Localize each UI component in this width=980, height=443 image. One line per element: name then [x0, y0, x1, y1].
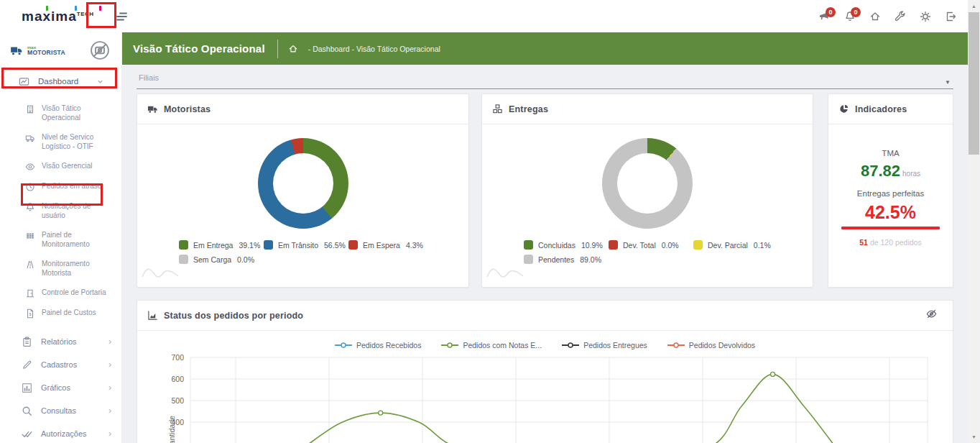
chevron-right-icon: ›: [108, 337, 111, 346]
door-icon: [25, 288, 35, 298]
series-legend-pedidos-com-notas-e[interactable]: Pedidos com Notas E...: [441, 341, 542, 350]
status-title: Status dos pedidos por periodo: [164, 311, 303, 321]
tma-label: TMA: [828, 149, 953, 157]
svg-text:Quantidade: Quantidade: [167, 416, 176, 443]
legend-swatch: [693, 240, 703, 250]
indicadores-card: Indicadores TMA 87.82horas Entregas perf…: [828, 93, 953, 288]
sidebar-item-graficos[interactable]: Gráficos›: [0, 376, 121, 399]
sidebar-menu: Relatórios›Cadastros›Gráficos›Consultas›…: [0, 330, 121, 443]
entregas-legend: Concluidas10.9%Dev. Total0.0%Dev. Parcia…: [482, 240, 813, 269]
chevron-right-icon: ›: [108, 360, 111, 369]
indicadores-title: Indicadores: [855, 104, 907, 114]
series-legend-pedidos-entregues[interactable]: Pedidos Entregues: [562, 341, 647, 350]
doc-dollar-icon: $: [25, 309, 35, 319]
indicadores-body: TMA 87.82horas Entregas perfeitas 42.5% …: [828, 124, 953, 247]
chevron-right-icon: ›: [108, 429, 111, 438]
clipboard-icon: [22, 337, 32, 347]
perfect-deliveries-value: 42.5%: [828, 202, 953, 223]
series-legend-pedidos-devolvidos[interactable]: Pedidos Devolvidos: [667, 341, 755, 350]
legend-item-em-transito: Em Trânsito56.5%: [264, 240, 348, 250]
dropdown-caret-icon: ▼: [945, 79, 951, 86]
status-card-header: Status dos pedidos por periodo: [137, 301, 953, 331]
settings-button[interactable]: [917, 7, 933, 26]
sidebar-item-painel-de-monitoramento[interactable]: Painel de Monitoramento: [0, 225, 121, 254]
breadcrumb: - Dashboard - Visão Tático Operacional: [308, 45, 440, 53]
announcements-button[interactable]: 0: [817, 7, 833, 26]
legend-item-dev-total: Dev. Total0.0%: [609, 240, 693, 250]
search-icon: [22, 406, 32, 416]
vertical-scrollbar[interactable]: ▲ ▼: [968, 0, 980, 443]
brand-tick-green: [46, 6, 48, 11]
scroll-up-arrow[interactable]: ▲: [968, 0, 980, 12]
svg-text:600: 600: [171, 375, 184, 383]
entregas-donut-chart: [602, 138, 693, 229]
tools-button[interactable]: [892, 7, 908, 26]
orders-count: 51 de 120 pedidos: [828, 238, 953, 247]
top-bar: maximaTECH 0 0: [0, 0, 980, 32]
brand-name: maxima: [22, 9, 77, 24]
double-check-icon: [22, 429, 32, 439]
sidebar: max MOTORISTA Dashboard Visão Tático Ope…: [0, 32, 122, 443]
motoristas-card-header: Motoristas: [137, 94, 468, 124]
sidebar-item-pedidos-em-atraso[interactable]: Pedidos em atraso: [0, 176, 121, 196]
filiais-select[interactable]: Filiais ▼: [137, 73, 953, 89]
sidebar-item-painel-de-custos[interactable]: $Painel de Custos: [0, 303, 121, 323]
dashboard-submenu: Visão Tático OperacionalNivel de Servico…: [0, 91, 121, 330]
brand-suffix: TECH: [77, 10, 94, 17]
chevron-down-icon: [96, 78, 104, 86]
legend-item-em-espera: Em Espera4.3%: [348, 240, 433, 250]
sidebar-item-notificacoes-de-usuario[interactable]: Notificações de usuário: [0, 196, 121, 225]
boxes-icon: [492, 104, 503, 114]
hamburger-menu-icon[interactable]: [110, 6, 134, 27]
legend-swatch: [524, 255, 533, 264]
scrollbar-thumb[interactable]: [969, 12, 979, 155]
truck-logo-icon: [9, 44, 24, 57]
sidebar-item-visao-gerencial[interactable]: Visão Gerencial: [0, 156, 121, 176]
sidebar-item-nivel-de-servico-logistico-otif[interactable]: Nivel de Servico Logístico - OTIF: [0, 127, 121, 156]
road-icon: [25, 260, 35, 270]
sidebar-item-controle-de-portaria[interactable]: Controle de Portaria: [0, 283, 121, 303]
avatar-placeholder: [90, 40, 110, 60]
filiais-label: Filiais: [137, 73, 953, 82]
hide-chart-button[interactable]: [926, 309, 943, 322]
motoristas-card: Motoristas Em Entrega39.1%Em Trânsito56.…: [137, 93, 469, 288]
home-button[interactable]: [867, 7, 883, 26]
breadcrumb-home-icon[interactable]: [288, 44, 298, 54]
series-legend-pedidos-recebidos[interactable]: Pedidos Recebidos: [335, 341, 421, 350]
legend-swatch: [264, 240, 273, 250]
sidebar-item-consultas[interactable]: Consultas›: [0, 399, 121, 422]
series-marker-icon: [441, 342, 458, 349]
sidebar-logo-row: max MOTORISTA: [0, 32, 121, 68]
scroll-down-arrow[interactable]: ▼: [968, 431, 980, 443]
home-icon: [869, 11, 881, 22]
sidebar-item-autorizacoes[interactable]: Autorizações›: [0, 422, 121, 443]
pencil-icon: [22, 360, 32, 370]
line-chart-legend: Pedidos RecebidosPedidos com Notas E...P…: [137, 341, 953, 350]
sidebar-item-relatorios[interactable]: Relatórios›: [0, 330, 121, 353]
cards-row: Motoristas Em Entrega39.1%Em Trânsito56.…: [137, 93, 953, 288]
sidebar-item-visao-tatico-operacional[interactable]: Visão Tático Operacional: [0, 99, 121, 127]
sidebar-item-cadastros[interactable]: Cadastros›: [0, 353, 121, 376]
status-line-chart: 700600500400Quantidade: [137, 354, 953, 443]
brand-tick-pink: [99, 6, 101, 11]
filiais-underline: [137, 88, 953, 89]
top-actions: 0 0: [817, 0, 958, 32]
camera-off-icon: [90, 40, 110, 60]
page-header: Visão Tático Operacional - Dashboard - V…: [122, 32, 968, 65]
grid-icon: [25, 231, 35, 241]
chevron-right-icon: ›: [108, 383, 111, 392]
bell-icon: [25, 202, 35, 212]
wave-decoration: [486, 261, 524, 283]
motoristas-title: Motoristas: [164, 104, 211, 114]
notifications-button[interactable]: 0: [842, 7, 858, 26]
sidebar-item-monitoramento-motorista[interactable]: Monitoramento Motorista: [0, 254, 121, 283]
tma-unit: horas: [902, 170, 920, 178]
legend-item-sem-carga: Sem Carga0.0%: [179, 255, 264, 264]
logout-icon: [945, 11, 956, 22]
logout-button[interactable]: [943, 7, 958, 26]
sidebar-item-dashboard[interactable]: Dashboard: [0, 71, 121, 91]
indicadores-card-header: Indicadores: [828, 94, 953, 124]
dashboard-label: Dashboard: [38, 77, 96, 86]
svg-text:$: $: [29, 311, 32, 316]
legend-swatch: [179, 255, 188, 264]
